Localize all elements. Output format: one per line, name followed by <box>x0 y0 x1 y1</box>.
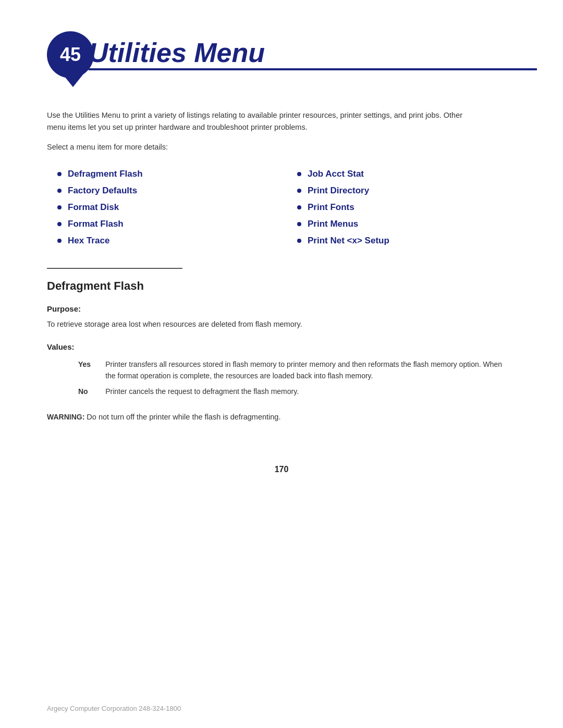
menu-item-label[interactable]: Hex Trace <box>68 236 109 246</box>
values-table: Yes Printer transfers all resources stor… <box>47 356 516 400</box>
list-item[interactable]: Defragment Flash <box>57 166 276 182</box>
menu-item-label[interactable]: Defragment Flash <box>68 169 143 179</box>
list-item[interactable]: Print Net <x> Setup <box>297 232 516 249</box>
bullet-icon <box>297 222 301 226</box>
page-number: 170 <box>47 465 516 474</box>
table-row: Yes Printer transfers all resources stor… <box>47 356 516 384</box>
bullet-icon <box>297 205 301 209</box>
menu-left-column: Defragment Flash Factory Defaults Format… <box>57 166 276 249</box>
warning-label: Warning: <box>47 413 84 421</box>
list-item[interactable]: Print Directory <box>297 182 516 199</box>
purpose-label: Purpose: <box>47 304 516 313</box>
footer-text: Argecy Computer Corporation 248-324-1800 <box>47 705 181 712</box>
select-prompt: Select a menu item for more details: <box>47 143 516 151</box>
value-key-no: No <box>47 384 101 399</box>
value-desc-yes: Printer transfers all resources stored i… <box>101 356 516 384</box>
value-key-yes: Yes <box>47 356 101 384</box>
bullet-icon <box>297 189 301 193</box>
menu-grid: Defragment Flash Factory Defaults Format… <box>47 166 516 249</box>
purpose-text: To retrieve storage area lost when resou… <box>47 318 516 330</box>
menu-right-column: Job Acct Stat Print Directory Print Font… <box>297 166 516 249</box>
menu-item-label[interactable]: Format Disk <box>68 202 119 213</box>
section-heading: Defragment Flash <box>47 279 516 293</box>
bullet-icon <box>57 205 62 209</box>
menu-item-label[interactable]: Print Net <x> Setup <box>308 236 389 246</box>
value-desc-no: Printer cancels the request to defragmen… <box>101 384 516 399</box>
header-title-block: Utilities Menu <box>89 39 537 70</box>
list-item[interactable]: Hex Trace <box>57 232 276 249</box>
page-title: Utilities Menu <box>89 39 537 66</box>
menu-item-label[interactable]: Format Flash <box>68 219 124 229</box>
intro-paragraph: Use the Utilities Menu to print a variet… <box>47 109 474 133</box>
list-item[interactable]: Print Fonts <box>297 199 516 216</box>
bullet-icon <box>57 172 62 176</box>
chapter-badge: 45 <box>47 31 94 78</box>
warning-block: Warning: Do not turn off the printer whi… <box>47 411 516 423</box>
list-item[interactable]: Factory Defaults <box>57 182 276 199</box>
table-row: No Printer cancels the request to defrag… <box>47 384 516 399</box>
menu-item-label[interactable]: Print Fonts <box>308 202 354 213</box>
bullet-icon <box>297 172 301 176</box>
header-rule <box>89 68 537 70</box>
list-item[interactable]: Job Acct Stat <box>297 166 516 182</box>
warning-text: Do not turn off the printer while the fl… <box>87 413 280 421</box>
page: 45 Utilities Menu Use the Utilities Menu… <box>0 0 563 728</box>
menu-item-label[interactable]: Print Directory <box>308 186 369 196</box>
bullet-icon <box>57 222 62 226</box>
bullet-icon <box>57 189 62 193</box>
header: 45 Utilities Menu <box>47 31 516 78</box>
list-item[interactable]: Format Disk <box>57 199 276 216</box>
menu-item-label[interactable]: Job Acct Stat <box>308 169 364 179</box>
chapter-number: 45 <box>60 44 81 66</box>
section-divider <box>47 268 182 269</box>
menu-item-label[interactable]: Factory Defaults <box>68 186 137 196</box>
list-item[interactable]: Print Menus <box>297 216 516 232</box>
menu-item-label[interactable]: Print Menus <box>308 219 358 229</box>
bullet-icon <box>57 239 62 243</box>
bullet-icon <box>297 239 301 243</box>
values-label: Values: <box>47 342 516 351</box>
list-item[interactable]: Format Flash <box>57 216 276 232</box>
